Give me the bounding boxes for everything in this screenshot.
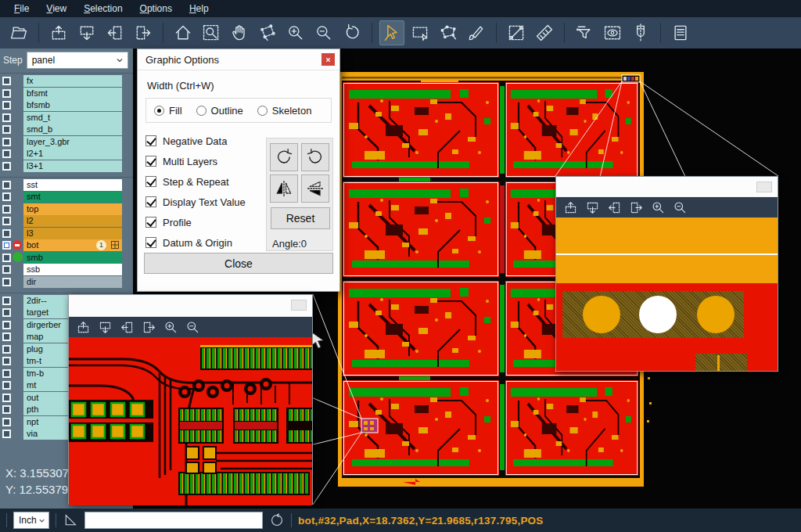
layer-row-bfsmt[interactable]: bfsmt <box>0 88 133 99</box>
measure-distance-button[interactable] <box>504 20 529 45</box>
flip-vertical-button[interactable] <box>301 174 329 203</box>
select-cursor-button[interactable] <box>379 20 404 45</box>
layer-name[interactable]: smd_t <box>23 112 122 124</box>
layer-checkbox[interactable] <box>2 125 11 134</box>
zoom-previous-button[interactable] <box>339 20 365 45</box>
layer-checkbox[interactable] <box>2 253 11 262</box>
menu-file[interactable]: File <box>6 2 37 16</box>
layer-name[interactable]: smb <box>23 252 122 264</box>
move-down-button[interactable] <box>583 199 602 216</box>
layer-row-smb[interactable]: smb <box>0 252 133 264</box>
layer-name[interactable]: l2+1 <box>23 148 122 160</box>
layer-name[interactable]: ssb <box>23 264 122 275</box>
layer-checkbox[interactable] <box>2 162 11 171</box>
layer-checkbox[interactable] <box>2 308 11 317</box>
layer-row-smt[interactable]: smt <box>0 191 133 203</box>
layer-name[interactable]: bfsmt <box>23 88 122 99</box>
layer-checkbox[interactable] <box>2 345 11 354</box>
log-panel-button[interactable] <box>668 20 693 45</box>
menu-options[interactable]: Options <box>132 2 180 16</box>
checkbox-profile[interactable]: Profile <box>145 212 263 232</box>
layer-name[interactable]: smt <box>23 191 122 203</box>
brush-button[interactable] <box>464 20 489 45</box>
flip-horizontal-button[interactable] <box>270 174 298 203</box>
layer-row-ssb[interactable]: ssb <box>0 264 133 275</box>
layer-name[interactable]: dir <box>23 276 122 288</box>
move-up-button[interactable] <box>46 20 71 45</box>
layer-name[interactable]: fx <box>23 75 122 87</box>
checkbox-multi-layers[interactable]: Multi Layers <box>145 151 263 171</box>
layer-row-sst[interactable]: sst <box>0 179 133 191</box>
command-input[interactable] <box>84 512 263 529</box>
layer-row-l2+1[interactable]: l2+1 <box>0 148 133 160</box>
move-up-button[interactable] <box>74 318 92 336</box>
layer-row-fx[interactable]: fx <box>0 75 133 87</box>
layer-checkbox[interactable] <box>2 181 11 189</box>
zoom-in-button[interactable] <box>283 20 308 45</box>
layer-name[interactable]: layer_3.gbr <box>23 136 122 148</box>
magnifier-titlebar[interactable] <box>69 295 312 317</box>
dialog-close-button[interactable] <box>321 53 335 66</box>
layer-name[interactable]: l2 <box>23 215 122 227</box>
magnifier-view-pads[interactable] <box>556 217 778 371</box>
layer-checkbox[interactable] <box>2 405 11 414</box>
layer-name[interactable]: l3+1 <box>23 160 122 172</box>
layer-name[interactable]: bfsmb <box>23 99 122 111</box>
zoom-out-button[interactable] <box>311 20 336 45</box>
layer-checkbox[interactable] <box>2 205 11 214</box>
layer-row-smd_b[interactable]: smd_b <box>0 124 133 135</box>
layer-row-bot[interactable]: bot1 <box>0 239 133 251</box>
radio-skeleton[interactable]: Skeleton <box>257 105 312 117</box>
move-right-button[interactable] <box>131 20 156 45</box>
move-right-button[interactable] <box>627 199 645 216</box>
layer-checkbox[interactable] <box>2 113 11 122</box>
layer-row-top[interactable]: top <box>0 203 133 215</box>
layer-checkbox[interactable] <box>2 278 11 286</box>
magnifier-window-button[interactable] <box>291 300 307 311</box>
layer-row-layer_3.gbr[interactable]: layer_3.gbr <box>0 136 133 148</box>
view-box-button[interactable] <box>600 20 625 45</box>
layer-checkbox[interactable] <box>2 369 11 378</box>
snapshot-button[interactable] <box>255 20 280 45</box>
layer-checkbox[interactable] <box>2 217 11 225</box>
magnifier-view-traces[interactable] <box>69 337 312 505</box>
layer-checkbox[interactable] <box>2 297 11 305</box>
refresh-icon[interactable] <box>269 512 285 528</box>
home-button[interactable] <box>171 20 196 45</box>
zoom-in-button[interactable] <box>648 199 667 216</box>
layer-row-l3+1[interactable]: l3+1 <box>0 160 133 172</box>
pan-hand-button[interactable] <box>227 20 252 45</box>
layer-checkbox[interactable] <box>2 149 11 158</box>
move-left-button[interactable] <box>102 20 128 45</box>
move-left-button[interactable] <box>605 199 623 216</box>
layer-checkbox[interactable] <box>2 430 11 438</box>
checkbox-display-text-value[interactable]: Display Text Value <box>145 192 263 212</box>
close-button[interactable]: Close <box>144 253 333 274</box>
polygon-select-button[interactable] <box>436 20 461 45</box>
magnifier-window-button[interactable] <box>756 182 772 192</box>
layer-name[interactable]: top <box>23 203 122 215</box>
layer-checkbox[interactable] <box>2 394 11 402</box>
rotate-cw-button[interactable] <box>270 143 298 171</box>
layer-name[interactable]: l3 <box>23 228 122 239</box>
zoom-out-button[interactable] <box>670 199 689 216</box>
zoom-region-button[interactable] <box>199 20 224 45</box>
rotate-ccw-button[interactable] <box>301 143 329 171</box>
layer-checkbox[interactable] <box>2 241 11 250</box>
magnet-button[interactable] <box>628 20 653 45</box>
zoom-in-button[interactable] <box>161 318 180 336</box>
checkbox-datum-origin[interactable]: Datum & Origin <box>145 232 263 253</box>
layer-name[interactable]: sst <box>23 179 122 191</box>
menu-selection[interactable]: Selection <box>76 2 130 16</box>
radio-fill[interactable]: Fill <box>154 105 182 117</box>
filter-button[interactable] <box>572 20 597 45</box>
rect-select-button[interactable] <box>408 20 433 45</box>
move-left-button[interactable] <box>117 318 136 336</box>
checkbox-step-repeat[interactable]: Step & Repeat <box>145 171 263 192</box>
magnifier-titlebar[interactable] <box>556 177 778 197</box>
layer-checkbox[interactable] <box>2 332 11 341</box>
unit-select[interactable]: Inch <box>13 512 49 529</box>
layer-checkbox[interactable] <box>2 357 11 365</box>
layer-checkbox[interactable] <box>2 321 11 329</box>
layer-name[interactable]: bot1 <box>23 239 122 251</box>
